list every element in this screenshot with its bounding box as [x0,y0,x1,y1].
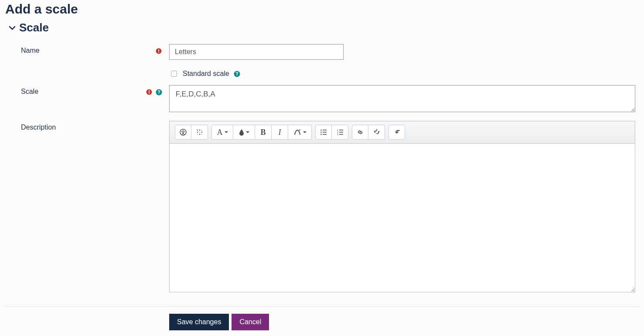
svg-point-12 [197,130,198,130]
more-font-button[interactable] [288,125,312,140]
caret-down-icon [225,130,228,134]
svg-point-15 [197,132,198,133]
svg-point-23 [320,132,322,133]
accessibility-helper-button[interactable] [175,125,191,140]
svg-point-25 [320,134,322,135]
svg-rect-1 [158,49,159,51]
required-icon [146,89,153,96]
row-name: Name Standard scale ? [3,41,641,82]
chevron-down-icon [9,24,16,31]
required-icon [155,48,162,55]
italic-button[interactable]: I [272,125,288,140]
help-icon[interactable]: ? [234,70,241,77]
svg-rect-32 [339,134,343,135]
caret-down-icon [303,130,307,134]
link-button[interactable] [352,125,368,140]
standard-scale-label: Standard scale [183,70,229,78]
bold-button[interactable]: B [255,125,272,140]
screenreader-helper-button[interactable] [191,125,208,140]
section-toggle-scale[interactable]: Scale [9,21,641,34]
svg-point-11 [183,130,184,131]
svg-text:?: ? [157,90,160,95]
unordered-list-button[interactable] [315,125,332,140]
row-description: Description [3,117,641,296]
section-title: Scale [19,21,49,34]
help-icon[interactable]: ? [155,89,162,96]
svg-point-21 [320,130,322,131]
caret-down-icon [246,130,249,134]
svg-text:?: ? [236,72,239,76]
svg-point-16 [199,132,200,133]
standard-scale-checkbox[interactable] [171,71,177,77]
svg-rect-24 [323,132,327,133]
description-textarea[interactable] [170,144,635,292]
svg-rect-2 [158,52,159,53]
row-scale: Scale ? [3,82,641,117]
save-button[interactable]: Save changes [169,314,229,330]
unlink-button[interactable] [368,125,385,140]
label-name: Name [3,44,134,55]
svg-rect-26 [323,134,327,135]
svg-point-20 [201,134,202,135]
svg-rect-7 [149,93,150,94]
scale-input[interactable] [169,85,635,112]
editor-toolbar: A B I [170,121,635,144]
page-title: Add a scale [5,2,641,17]
svg-point-18 [197,134,198,135]
svg-rect-6 [149,90,150,93]
svg-rect-30 [339,132,343,133]
paragraph-styles-button[interactable]: A [211,125,233,140]
font-color-button[interactable] [233,125,255,140]
svg-point-13 [199,130,200,130]
label-description: Description [3,121,134,131]
name-input[interactable] [169,44,344,60]
svg-rect-28 [339,130,343,130]
svg-text:3: 3 [337,133,338,136]
svg-point-19 [199,134,200,135]
svg-rect-22 [323,130,327,130]
cancel-button[interactable]: Cancel [232,314,269,330]
svg-point-17 [201,132,202,133]
svg-point-14 [201,130,202,130]
expand-toolbar-button[interactable] [388,125,405,140]
label-scale: Scale [3,85,134,96]
ordered-list-button[interactable]: 123 [332,125,348,140]
description-editor: A B I [169,121,635,292]
